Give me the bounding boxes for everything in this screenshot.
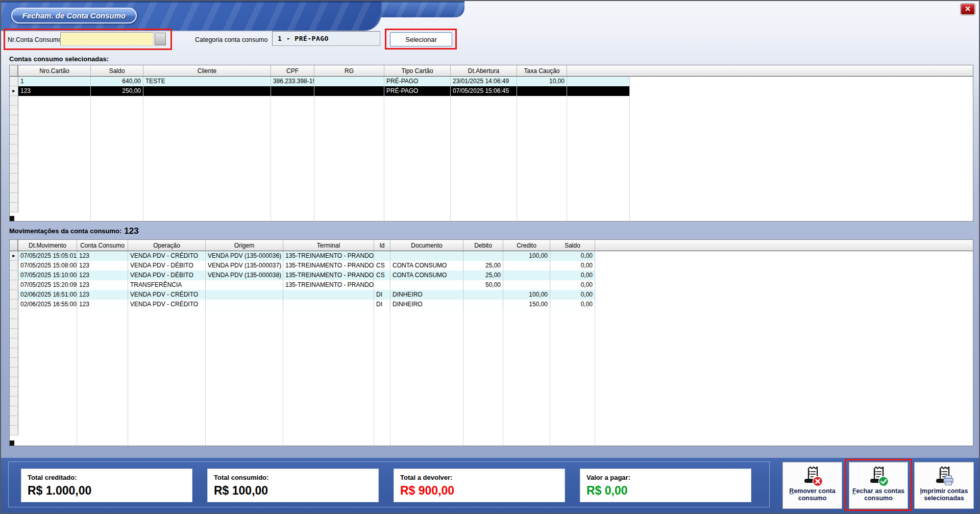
- grid-header: Dt.MovimentoConta ConsumoOperaçãoOrigemT…: [10, 240, 973, 251]
- row-indicator-cell: [10, 377, 18, 387]
- table-cell: 250,00: [91, 86, 143, 96]
- row-indicator-cell: [10, 416, 18, 426]
- row-indicator-cell: [10, 144, 18, 154]
- table-cell-filler: [567, 77, 630, 86]
- total-value: R$ 100,00: [214, 484, 378, 498]
- table-cell: 123: [77, 271, 128, 280]
- column-header: Taxa Caução: [517, 65, 567, 76]
- row-indicator-cell: [10, 193, 18, 203]
- table-row[interactable]: 1640,00TESTE386.233.398-19PRÉ-PAGO23/01/…: [18, 77, 630, 86]
- table-cell: 02/06/2025 16:51:00: [18, 290, 77, 300]
- row-indicator-cell: [10, 300, 18, 309]
- table-cell: 123: [77, 261, 128, 271]
- table-cell-filler: [567, 86, 630, 96]
- close-button[interactable]: ✕: [961, 4, 975, 15]
- table-cell: 0,00: [550, 261, 595, 271]
- grid-line: [90, 77, 91, 221]
- table-cell: [390, 280, 463, 290]
- table-cell: CONTA CONSUMO: [390, 261, 463, 271]
- column-header: Conta Consumo: [77, 240, 128, 251]
- action-button-label: Imprimir contas selecionadas: [915, 487, 973, 502]
- table-cell: DINHEIRO: [390, 300, 463, 309]
- row-indicator-cell: [10, 426, 18, 435]
- column-header: Cliente: [143, 65, 271, 76]
- table-cell: 07/05/2025 15:08:00: [18, 261, 77, 271]
- table-cell: [314, 86, 384, 96]
- close-icon: ✕: [965, 5, 971, 13]
- table-cell: [463, 251, 503, 261]
- movements-grid: Dt.MovimentoConta ConsumoOperaçãoOrigemT…: [9, 239, 973, 446]
- table-cell: 135-TREINAMENTO - PRANDO: [283, 261, 374, 271]
- row-indicator-cell: [10, 387, 18, 397]
- row-indicator-cell: [10, 348, 18, 358]
- total-label: Total creditado:: [28, 474, 192, 481]
- table-cell: [503, 271, 550, 280]
- table-cell: [283, 290, 374, 300]
- table-row[interactable]: 123250,00PRÉ-PAGO07/05/2025 15:06:45: [18, 86, 630, 96]
- table-row[interactable]: 07/05/2025 15:08:00123VENDA PDV - DÉBITO…: [18, 261, 595, 271]
- row-indicator-cell: [10, 280, 18, 290]
- indicator-header-cell: [10, 65, 18, 76]
- current-row-marker: ►: [10, 86, 18, 96]
- table-cell: 10,00: [517, 77, 567, 86]
- table-cell: [390, 251, 463, 261]
- imprimir-contas-button[interactable]: Imprimir contas selecionadas: [914, 462, 974, 509]
- table-row[interactable]: 02/06/2025 16:51:00123VENDA PDV - CRÉDIT…: [18, 290, 595, 300]
- table-row[interactable]: 02/06/2025 16:55:00123VENDA PDV - CRÉDIT…: [18, 300, 595, 309]
- row-indicator-cell: [10, 338, 18, 348]
- row-indicator-cell: [10, 319, 18, 329]
- table-cell: [206, 280, 283, 290]
- total-value: R$ 0,00: [586, 484, 751, 498]
- table-row[interactable]: 07/05/2025 15:20:09123TRANSFERÊNCIA135-T…: [18, 280, 595, 290]
- lookup-button[interactable]: [155, 33, 166, 45]
- table-row[interactable]: 07/05/2025 15:10:00123VENDA PDV - DÉBITO…: [18, 271, 595, 280]
- row-indicator-cell: [10, 261, 18, 271]
- table-cell: 07/05/2025 15:10:00: [18, 271, 77, 280]
- column-header: Saldo: [91, 65, 143, 76]
- row-indicator-cell: [10, 203, 18, 212]
- table-cell: [143, 86, 271, 96]
- nr-conta-label: Nr.Conta Consumo: [8, 36, 62, 43]
- categoria-field[interactable]: 1 - PRÉ-PAGO: [272, 31, 380, 46]
- fechar-contas-button[interactable]: Fechar as contas consumo: [849, 462, 908, 509]
- accounts-grid: Nro.CartãoSaldoClienteCPFRGTipo CartãoDt…: [9, 65, 973, 222]
- accounts-section-label: Contas consumo selecionadas:: [9, 55, 109, 63]
- table-cell: TRANSFERÊNCIA: [128, 280, 206, 290]
- table-cell: 135-TREINAMENTO - PRANDO: [283, 280, 374, 290]
- table-cell: [503, 280, 550, 290]
- row-indicator-cell: [10, 309, 18, 319]
- table-cell: TESTE: [143, 77, 271, 86]
- nr-conta-input[interactable]: [60, 32, 154, 46]
- table-cell: 1: [18, 77, 91, 86]
- total-label: Valor a pagar:: [586, 474, 751, 481]
- row-indicator-cell: [10, 106, 18, 115]
- total-box: Total a devolver:R$ 900,00: [394, 469, 565, 502]
- fecham-conta-consumo-window: Fecham. de Conta Consumo ✕ Nr.Conta Cons…: [0, 0, 980, 514]
- table-cell: [463, 290, 503, 300]
- table-cell: 386.233.398-19: [271, 77, 314, 86]
- table-row[interactable]: 07/05/2025 15:05:01123VENDA PDV - CRÉDIT…: [18, 251, 595, 261]
- table-cell: [503, 261, 550, 271]
- row-indicator-cell: [10, 135, 18, 144]
- table-cell: 123: [77, 300, 128, 309]
- column-header: Credito: [503, 240, 550, 251]
- remover-conta-button[interactable]: Remover conta consumo: [782, 462, 842, 509]
- column-header: Documento: [390, 240, 463, 251]
- movements-label-text: Movimentações da conta consumo:: [9, 227, 121, 235]
- table-cell: VENDA PDV - CRÉDITO: [128, 300, 206, 309]
- grid-body: ►07/05/2025 15:05:01123VENDA PDV - CRÉDI…: [10, 251, 973, 446]
- table-cell: 123: [77, 290, 128, 300]
- selecionar-button[interactable]: Selecionar: [390, 32, 452, 46]
- row-indicator-cell: [10, 174, 18, 183]
- grid-line: [143, 77, 143, 221]
- table-cell: 150,00: [503, 300, 550, 309]
- total-label: Total consumido:: [214, 474, 378, 481]
- grid-line: [629, 77, 630, 221]
- row-indicator-cell: [10, 96, 18, 106]
- row-indicator-cell: [10, 397, 18, 406]
- column-header: Nro.Cartão: [18, 65, 91, 76]
- row-indicator-cell: [10, 77, 18, 86]
- row-indicator-cell: [10, 164, 18, 174]
- row-indicator-cell: [10, 290, 18, 300]
- table-cell: 50,00: [463, 280, 503, 290]
